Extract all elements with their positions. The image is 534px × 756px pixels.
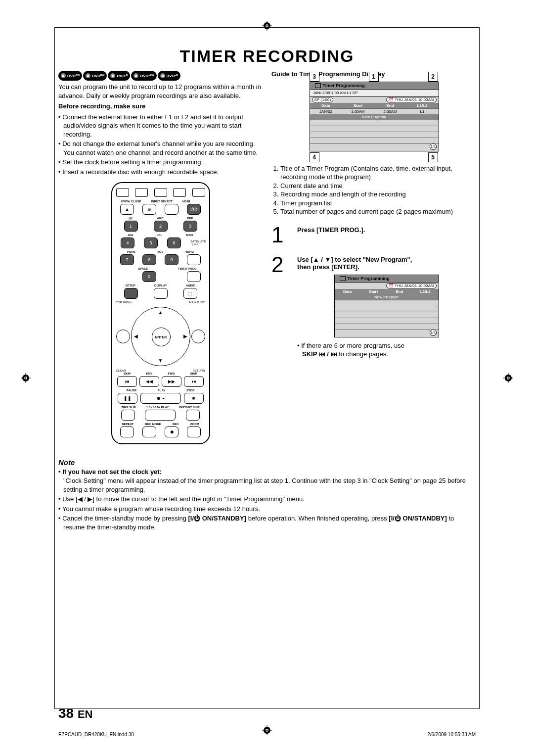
disc-icon: DVDRW [58,71,82,81]
disc-icon: DVD+RW [131,71,156,81]
step-1: 1 Press [TIMER PROG.]. [271,224,476,246]
step-number: 1 [271,224,293,246]
note-list: If you have not set the clock yet:"Clock… [58,468,476,531]
callout-1: 1 [369,72,379,82]
timer-display-2: Timer Programming x⏰ THU JAN/01 10:00AM … [334,275,439,337]
right-column: Guide to Timer Programming Display 1 2 3… [271,70,476,444]
left-column: DVDRW DVDRW DVD-R DVD+RW DVD+R You can p… [58,70,263,444]
content-area: TIMER RECORDING DVDRW DVDRW DVD-R DVD+RW… [58,40,476,697]
list-item: If there are 6 or more programs, useSKIP… [297,341,476,359]
list-item: Title of a Timer Program (Contains date,… [280,164,476,182]
list-item: Use [◀ / ▶] to move the cursor to the le… [58,495,476,504]
list-item: Current date and time [280,182,476,190]
list-item: Connect the external tuner to either L1 … [58,113,263,139]
footer-date: 2/6/2009 10:55:33 AM [427,732,476,737]
remote-control-diagram: OPEN/ CLOSEINPUT SELECTHDMI ▲⊕I/⏻ .@/:AB… [111,182,210,444]
callout-4: 4 [310,152,319,162]
callout-5: 5 [428,152,438,162]
step-number: 2 [271,254,293,360]
list-item: Timer program list [280,199,476,208]
list-item: Cancel the timer-standby mode by pressin… [58,514,476,531]
timer-display-1: Timer Programming JAN/ 2/09 1:00 AM L1 S… [310,82,439,151]
page-title: TIMER RECORDING [58,47,476,66]
callout-2: 2 [428,72,438,82]
list-item: If you have not set the clock yet:"Clock… [58,468,476,494]
guide-legend: Title of a Timer Program (Contains date,… [271,164,476,216]
note-title: Note [58,458,476,467]
step-text: Use [▲ / ▼] to select "New Program",then… [297,254,476,360]
page-number: 38 EN [58,706,93,721]
list-item: Recording mode and length of the recordi… [280,190,476,199]
print-footer: E7PCAUD_DR420KU_EN.indd 38 2/6/2009 10:5… [58,732,476,737]
disc-icon: DVDRW [83,71,107,81]
footer-file: E7PCAUD_DR420KU_EN.indd 38 [58,732,134,737]
before-list: Connect the external tuner to either L1 … [58,113,263,177]
before-heading: Before recording, make sure [58,102,263,111]
step-2: 2 Use [▲ / ▼] to select "New Program",th… [271,254,476,360]
reg-mark-icon [21,373,31,383]
display-callout-wrapper: 1 2 3 Timer Programming JAN/ 2/09 1:00 A… [310,82,438,151]
list-item: You cannot make a program whose recordin… [58,505,476,514]
step-text: Press [TIMER PROG.]. [297,224,476,246]
page: TIMER RECORDING DVDRW DVDRW DVD-R DVD+RW… [0,0,534,756]
callout-3: 3 [310,72,319,82]
note-section: Note If you have not set the clock yet:"… [58,458,476,531]
list-item: Insert a recordable disc with enough rec… [58,168,263,177]
reg-mark-icon [503,373,513,383]
list-item: Set the clock before setting a timer pro… [58,158,263,167]
list-item: Total number of pages and current page (… [280,207,476,216]
disc-icon: DVD+R [158,71,180,81]
disc-badges: DVDRW DVDRW DVD-R DVD+RW DVD+R [58,71,263,81]
steps: 1 Press [TIMER PROG.]. 2 Use [▲ / ▼] to … [271,224,476,360]
list-item: Do not change the external tuner's chann… [58,140,263,157]
intro-text: You can program the unit to record up to… [58,83,263,100]
disc-icon: DVD-R [108,71,130,81]
